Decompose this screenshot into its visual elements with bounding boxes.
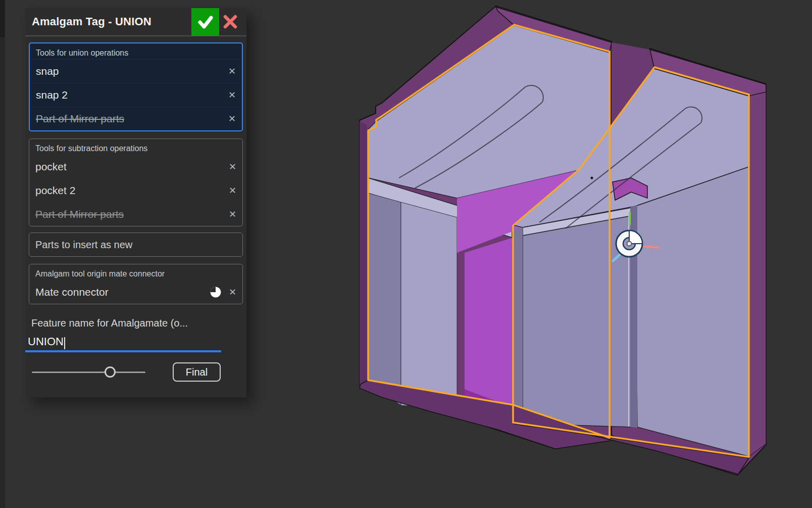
section-origin-mate-connector[interactable]: Amalgam tool origin mate connector Mate … xyxy=(29,264,243,304)
list-item[interactable]: Part of Mirror parts ✕ xyxy=(29,202,242,226)
item-label: Mate connector xyxy=(35,286,206,298)
section-label: Parts to insert as new xyxy=(35,239,132,251)
section-subtraction-tools[interactable]: Tools for subtraction operations pocket … xyxy=(29,138,243,226)
remove-item-icon[interactable]: ✕ xyxy=(229,210,236,219)
dialog-title: Amalgam Tag - UNION xyxy=(32,15,191,28)
section-union-tools[interactable]: Tools for union operations snap ✕ snap 2… xyxy=(29,42,243,131)
item-label: pocket xyxy=(35,161,224,173)
list-item[interactable]: Part of Mirror parts ✕ xyxy=(30,107,242,130)
remove-item-icon[interactable]: ✕ xyxy=(229,288,236,297)
list-item[interactable]: snap 2 ✕ xyxy=(30,83,242,107)
slider-track[interactable] xyxy=(32,372,145,373)
checkmark-icon xyxy=(195,12,216,32)
item-label: pocket 2 xyxy=(35,184,224,197)
cancel-button[interactable] xyxy=(219,8,241,36)
slider-handle[interactable] xyxy=(105,366,116,378)
mate-connector-pie-icon[interactable] xyxy=(210,286,222,298)
list-item[interactable]: pocket 2 ✕ xyxy=(29,178,242,202)
rollback-slider[interactable] xyxy=(32,366,145,378)
remove-item-icon[interactable]: ✕ xyxy=(228,114,236,123)
list-item[interactable]: pocket ✕ xyxy=(29,155,242,178)
section-label: Tools for union operations xyxy=(30,43,242,59)
item-label: snap xyxy=(36,65,223,77)
dialog-header: Amalgam Tag - UNION xyxy=(25,8,246,36)
list-item[interactable]: Mate connector ✕ xyxy=(29,280,242,304)
section-label: Tools for subtraction operations xyxy=(29,139,242,155)
item-label-excluded: Part of Mirror parts xyxy=(36,113,223,125)
remove-item-icon[interactable]: ✕ xyxy=(229,186,236,195)
input-underline xyxy=(25,350,221,352)
feature-name-value: UNION xyxy=(25,333,64,350)
item-label-excluded: Part of Mirror parts xyxy=(35,208,224,220)
section-parts-insert-new[interactable]: Parts to insert as new xyxy=(29,233,243,257)
amalgam-tag-dialog: Amalgam Tag - UNION Tools for union oper… xyxy=(25,8,246,397)
left-edge-strip xyxy=(0,0,5,508)
item-label: snap 2 xyxy=(36,89,223,101)
feature-name-label: Feature name for Amalgamate (o... xyxy=(31,317,243,329)
list-item[interactable]: snap ✕ xyxy=(30,59,242,83)
accept-button[interactable] xyxy=(191,8,219,36)
left-edge-strip-top xyxy=(0,0,5,37)
section-label: Amalgam tool origin mate connector xyxy=(29,264,242,280)
remove-item-icon[interactable]: ✕ xyxy=(229,162,236,171)
final-button[interactable]: Final xyxy=(173,362,221,382)
remove-item-icon[interactable]: ✕ xyxy=(228,90,236,100)
feature-name-input[interactable]: UNION xyxy=(25,333,221,352)
remove-item-icon[interactable]: ✕ xyxy=(228,67,236,76)
x-icon xyxy=(223,14,238,29)
text-caret xyxy=(64,337,65,349)
